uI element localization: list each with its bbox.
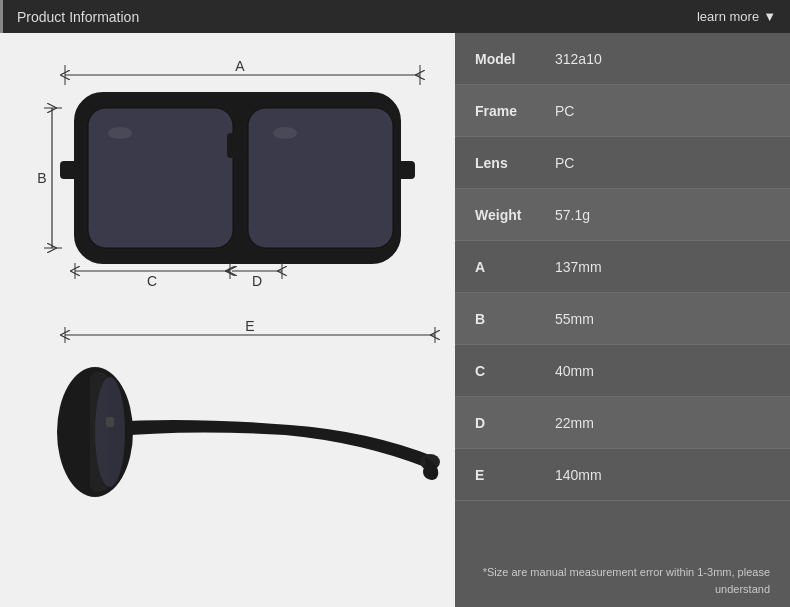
svg-rect-5 [88, 108, 233, 248]
svg-rect-7 [227, 133, 247, 158]
svg-text:B: B [37, 170, 46, 186]
side-view-diagram: E [30, 317, 450, 532]
spec-row: FramePC [455, 85, 790, 137]
spec-key: Weight [475, 207, 555, 223]
spec-row: B55mm [455, 293, 790, 345]
spec-value: 55mm [555, 311, 594, 327]
dropdown-icon: ▼ [763, 9, 776, 24]
spec-key: Lens [475, 155, 555, 171]
spec-row: E140mm [455, 449, 790, 501]
svg-point-11 [273, 127, 297, 139]
spec-value: 22mm [555, 415, 594, 431]
spec-key: B [475, 311, 555, 327]
spec-row: D22mm [455, 397, 790, 449]
main-content: A [0, 33, 790, 607]
svg-point-10 [108, 127, 132, 139]
side-view-section: E [30, 317, 425, 536]
spec-table: Model312a10FramePCLensPCWeight57.1gA137m… [455, 33, 790, 556]
spec-key: Frame [475, 103, 555, 119]
spec-row: Weight57.1g [455, 189, 790, 241]
spec-key: C [475, 363, 555, 379]
spec-value: 137mm [555, 259, 602, 275]
svg-text:E: E [245, 318, 254, 334]
spec-row: C40mm [455, 345, 790, 397]
spec-row: Model312a10 [455, 33, 790, 85]
svg-text:C: C [147, 273, 157, 289]
svg-text:D: D [252, 273, 262, 289]
svg-rect-8 [60, 161, 80, 179]
learn-more-label: learn more [697, 9, 759, 24]
spec-value: 312a10 [555, 51, 602, 67]
spec-key: E [475, 467, 555, 483]
front-view-section: A [30, 53, 425, 297]
spec-note: *Size are manual measurement error withi… [455, 556, 790, 607]
spec-table-panel: Model312a10FramePCLensPCWeight57.1gA137m… [455, 33, 790, 607]
spec-row: LensPC [455, 137, 790, 189]
spec-key: D [475, 415, 555, 431]
svg-text:A: A [235, 58, 245, 74]
spec-value: 57.1g [555, 207, 590, 223]
page-title: Product Information [17, 9, 139, 25]
svg-rect-9 [395, 161, 415, 179]
front-view-diagram: A [30, 53, 440, 293]
left-panel: A [0, 33, 455, 607]
spec-key: Model [475, 51, 555, 67]
learn-more-button[interactable]: learn more ▼ [697, 9, 776, 24]
spec-value: 40mm [555, 363, 594, 379]
spec-value: PC [555, 103, 574, 119]
svg-rect-31 [106, 417, 114, 427]
spec-value: PC [555, 155, 574, 171]
svg-point-30 [95, 377, 125, 487]
spec-row: A137mm [455, 241, 790, 293]
spec-key: A [475, 259, 555, 275]
spec-value: 140mm [555, 467, 602, 483]
page-header: Product Information learn more ▼ [0, 0, 790, 33]
svg-rect-6 [248, 108, 393, 248]
